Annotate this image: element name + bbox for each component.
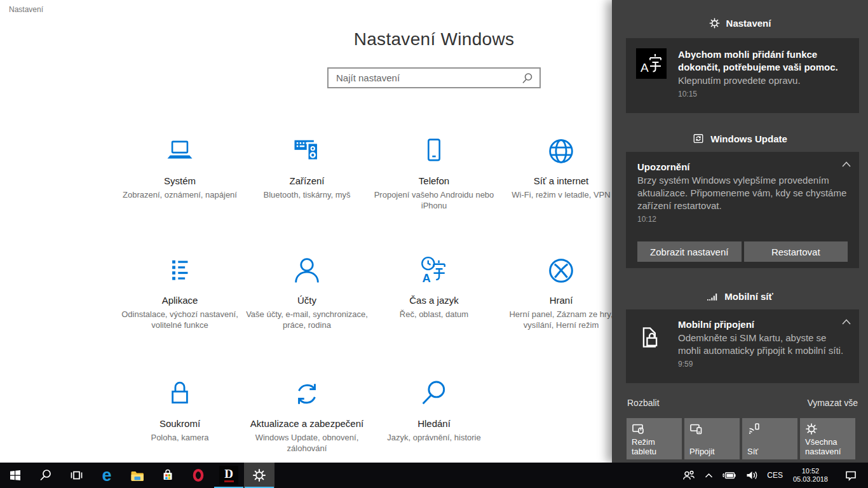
xbox-icon [498, 253, 625, 287]
edge-icon[interactable]: e [92, 463, 122, 488]
category-title: Síť a internet [498, 175, 625, 186]
category-title: Hraní [498, 295, 625, 306]
action-center-panel: Nastavení A Abychom mohli přidání funkce… [612, 0, 868, 463]
desktop: Nastavení Nastavení Windows Systém Zobra… [0, 0, 868, 488]
search-icon [370, 376, 498, 410]
taskbar: e D [0, 463, 868, 488]
clock-date: 05.03.2018 [793, 475, 828, 484]
category-accounts[interactable]: Účty Vaše účty, e-mail, synchronizace, p… [243, 253, 370, 330]
clock[interactable]: 10:52 05.03.2018 [787, 467, 834, 484]
signal-icon [707, 292, 718, 301]
category-apps[interactable]: Aplikace Odinstalace, výchozí nastavení,… [116, 253, 243, 330]
category-subtitle: Vaše účty, e-mail, synchronizace, práce,… [243, 309, 370, 330]
category-subtitle: Wi-Fi, režim v letadle, VPN [498, 189, 625, 200]
notification-update-warning[interactable]: Upozornění Brzy systém Windows vylepšíme… [626, 152, 859, 268]
settings-taskbar-icon[interactable] [244, 463, 275, 488]
category-title: Systém [116, 175, 243, 186]
sim-lock-icon [636, 318, 667, 383]
category-search[interactable]: Hledání Jazyk, oprávnění, historie [370, 376, 498, 443]
opera-icon[interactable] [183, 463, 214, 488]
section-title: Windows Update [710, 133, 787, 144]
category-subtitle: Jazyk, oprávnění, historie [370, 432, 498, 443]
category-network[interactable]: Síť a internet Wi-Fi, režim v letadle, V… [498, 133, 625, 200]
quick-action-network[interactable]: Síť [742, 418, 797, 459]
category-subtitle: Zobrazení, oznámení, napájení [116, 189, 243, 200]
task-view-icon[interactable] [61, 463, 92, 488]
restart-button[interactable]: Restartovat [744, 241, 848, 262]
phone-icon [370, 133, 498, 168]
notification-time: 9:59 [678, 360, 850, 369]
quick-action-tablet-mode[interactable]: Režim tabletu [627, 418, 682, 459]
battery-icon[interactable] [717, 463, 742, 488]
section-header-windows-update: Windows Update [612, 133, 868, 144]
language-clock-icon: A [370, 253, 498, 287]
tablet-mode-icon [632, 423, 645, 435]
lock-icon [116, 376, 243, 410]
chevron-up-icon[interactable] [841, 318, 851, 325]
settings-search-box[interactable] [327, 67, 541, 88]
tray-chevron-up-icon[interactable] [700, 463, 717, 488]
category-system[interactable]: Systém Zobrazení, oznámení, napájení [116, 133, 243, 200]
category-title: Aktualizace a zabezpečení [243, 418, 370, 429]
search-icon[interactable] [522, 72, 533, 84]
notification-language-fix[interactable]: A Abychom mohli přidání funkce dokončit,… [626, 38, 859, 113]
category-title: Čas a jazyk [370, 295, 498, 306]
taskbar-search-icon[interactable] [31, 463, 61, 488]
category-update-security[interactable]: Aktualizace a zabezpečení Windows Update… [243, 376, 370, 454]
search-input[interactable] [329, 72, 522, 83]
all-settings-icon [805, 423, 818, 435]
quick-action-label: Režim tabletu [632, 437, 679, 456]
category-title: Telefon [370, 175, 498, 186]
notification-body: Brzy systém Windows vylepšíme provedením… [637, 174, 848, 212]
start-button[interactable] [0, 463, 31, 488]
notification-time: 10:12 [637, 215, 848, 224]
show-settings-button[interactable]: Zobrazit nastavení [637, 241, 742, 262]
quick-action-label: Síť [747, 447, 795, 456]
category-subtitle: Odinstalace, výchozí nastavení, voliteln… [116, 309, 243, 330]
person-icon [243, 253, 370, 287]
file-explorer-icon[interactable] [122, 463, 153, 488]
quick-action-all-settings[interactable]: Všechna nastavení [800, 418, 855, 459]
notification-title: Mobilní připojení [678, 318, 850, 331]
category-subtitle: Herní panel, Záznam ze hry, vysílání, He… [498, 309, 625, 330]
notification-title: Upozornění [637, 161, 848, 173]
section-title: Nastavení [726, 18, 771, 29]
potplayer-icon[interactable]: D [214, 463, 244, 488]
update-icon [693, 133, 704, 144]
section-title: Mobilní síť [724, 291, 773, 302]
category-phone[interactable]: Telefon Propojení vašeho Androidu nebo i… [370, 133, 498, 211]
expand-link[interactable]: Rozbalit [627, 398, 660, 408]
clear-all-link[interactable]: Vymazat vše [807, 398, 858, 408]
category-privacy[interactable]: Soukromí Poloha, kamera [116, 376, 243, 443]
gear-icon [709, 18, 720, 29]
devices-icon [243, 133, 370, 168]
notification-body: Odemkněte si SIM kartu, abyste se mohli … [678, 332, 850, 357]
category-subtitle: Poloha, kamera [116, 432, 243, 443]
connect-icon [689, 423, 703, 435]
notification-title: Abychom mohli přidání funkce dokončit, p… [678, 48, 850, 74]
section-header-settings: Nastavení [612, 18, 868, 29]
people-icon[interactable] [677, 463, 700, 488]
notification-body: Klepnutím provedete opravu. [678, 74, 850, 87]
category-title: Aplikace [116, 295, 243, 306]
action-center-icon[interactable] [834, 463, 868, 488]
category-title: Hledání [370, 418, 498, 429]
category-subtitle: Bluetooth, tiskárny, myš [243, 189, 370, 200]
sync-icon [243, 376, 370, 410]
category-devices[interactable]: Zařízení Bluetooth, tiskárny, myš [243, 133, 370, 200]
category-time-language[interactable]: A Čas a jazyk Řeč, oblast, datum [370, 253, 498, 320]
svg-text:A: A [641, 61, 649, 74]
store-icon[interactable] [153, 463, 183, 488]
quick-action-connect[interactable]: Připojit [684, 418, 740, 459]
volume-icon[interactable] [742, 463, 763, 488]
language-indicator[interactable]: CES [763, 463, 787, 488]
globe-icon [498, 133, 625, 168]
category-title: Soukromí [116, 418, 243, 429]
laptop-icon [116, 133, 243, 168]
chevron-up-icon[interactable] [841, 161, 851, 168]
svg-text:A: A [423, 271, 431, 285]
section-header-mobile-network: Mobilní síť [612, 291, 868, 302]
category-subtitle: Propojení vašeho Androidu nebo iPhonu [370, 189, 498, 211]
category-gaming[interactable]: Hraní Herní panel, Záznam ze hry, vysílá… [498, 253, 625, 330]
notification-sim-lock[interactable]: Mobilní připojení Odemkněte si SIM kartu… [626, 309, 859, 383]
